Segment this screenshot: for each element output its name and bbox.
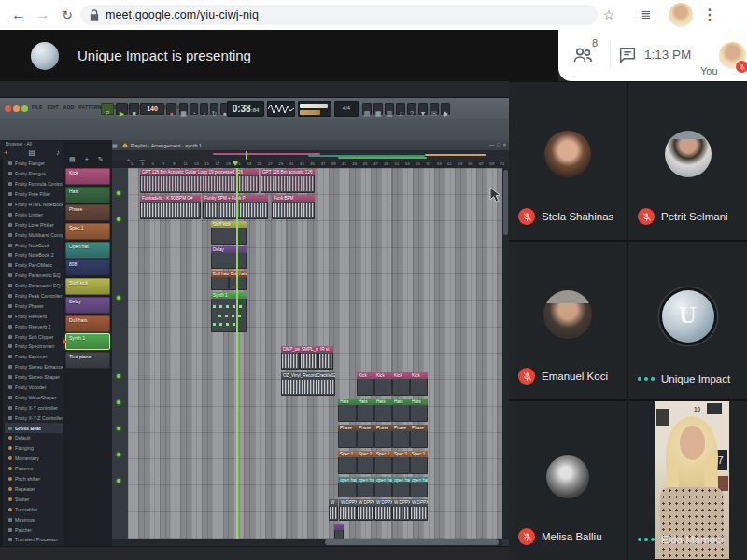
browser-item[interactable]: Fruity NoteBook [5, 240, 63, 250]
browser-item[interactable]: Fruity Free Filter [5, 189, 63, 200]
mixer-icon[interactable]: ▥ [385, 103, 394, 115]
save-icon[interactable]: ▼ [418, 103, 428, 115]
participant-tile-unique-impact[interactable]: UUnique Impact [628, 242, 747, 399]
pattern-clip[interactable]: Hats [338, 399, 357, 422]
browser-profile-avatar[interactable] [669, 3, 693, 27]
browser-item[interactable]: Fruity Reeverb [5, 311, 63, 321]
playlist-horizontal-scrollbar[interactable] [112, 539, 502, 546]
audio-clip[interactable]: IR st [318, 346, 333, 370]
participant-tile-stela-shahinas[interactable]: Stela Shahinas [509, 82, 627, 240]
pattern-kick[interactable]: Kick [65, 168, 110, 185]
pattern-clip[interactable]: Synth 1 [211, 292, 247, 332]
audio-clip[interactable]: W [329, 499, 338, 521]
track-mute-led[interactable] [117, 191, 120, 195]
audio-clip[interactable]: OZ_Vinyl_RecordCrackle02 [281, 372, 335, 396]
browser-item[interactable]: Turntablist [5, 504, 63, 514]
pattern-clip[interactable]: Dull hats [211, 271, 229, 290]
playlist-vertical-scrollbar[interactable] [502, 168, 509, 539]
pattern-clip[interactable]: open hat [357, 477, 374, 497]
pattern-clip[interactable]: Spec 1 [357, 451, 374, 474]
browser-item[interactable]: Fruity NoteBook 2 [5, 250, 63, 260]
pattern-open-hat[interactable]: Open hat [65, 242, 110, 259]
window-maximize-icon[interactable] [21, 105, 28, 112]
forward-icon[interactable]: → [32, 4, 54, 26]
audio-clip[interactable]: GPT 126 Bm acoustic 126 [261, 169, 315, 193]
wait-for-input-icon[interactable]: ♪ [200, 103, 208, 115]
channel-rack-icon[interactable]: ▦ [374, 103, 383, 115]
audio-clip[interactable]: W DPPXL142 [357, 499, 374, 521]
tempo-display[interactable]: 140 [140, 103, 164, 115]
browser-item[interactable]: Fruity Stereo Enhancer [5, 362, 63, 372]
track-mute-led[interactable] [117, 296, 120, 300]
pattern-phase[interactable]: Phase [65, 204, 110, 221]
browser-item[interactable]: Fruity X-Y controller [5, 402, 63, 413]
pattern-clip[interactable]: Spec 1 [410, 451, 428, 474]
pattern-clip[interactable]: Hats [410, 399, 428, 422]
participant-tile-elda-mamoci[interactable]: 107Elda Mamoci [628, 401, 747, 560]
browser-item[interactable]: Fruity Soft Clipper [5, 331, 63, 342]
browser-item[interactable]: Fruity Flanger [5, 159, 63, 169]
pattern-clip[interactable]: Kick [357, 372, 374, 396]
pattern-spec-1[interactable]: Spec 1 [65, 223, 110, 240]
reading-list-icon[interactable]: ≣ [635, 4, 657, 26]
address-bar[interactable]: meet.google.com/yiu-ciwj-niq [80, 5, 598, 25]
record-button[interactable]: ● [166, 103, 176, 115]
pattern-stuff-kick[interactable]: Stuff kick [65, 278, 110, 295]
options-icon[interactable]: ◆ [441, 103, 450, 115]
pattern-hats[interactable]: Hats [65, 187, 110, 203]
browser-item[interactable]: Flanging [5, 443, 63, 454]
browser-item[interactable]: Gross Beat [5, 423, 63, 433]
browser-item[interactable]: Maximus [5, 514, 63, 525]
browser-item[interactable]: Fruity WaveShaper [5, 392, 63, 402]
pattern-clip[interactable]: Phase [392, 425, 410, 448]
back-icon[interactable]: ← [7, 4, 30, 26]
audio-clip[interactable]: SMPL_ust [300, 346, 318, 370]
window-minimize-icon[interactable] [13, 105, 20, 112]
browser-add-icon[interactable]: + [4, 148, 8, 157]
browser-item[interactable]: Fruity Stereo Shaper [5, 372, 63, 383]
pattern-clip[interactable]: open hat [392, 477, 410, 497]
browser-item[interactable]: Fruity Parametric EQ 2 [5, 281, 63, 291]
browser-item[interactable]: Transient Processor [5, 535, 63, 545]
fl-menu-add[interactable]: ADD [63, 105, 74, 110]
pattern-clip[interactable]: Stuff kick [211, 221, 247, 245]
participant-tile-melisa-balliu[interactable]: Melisa Balliu [509, 401, 627, 560]
track-mute-led[interactable] [117, 479, 120, 483]
stop-button[interactable]: ■ [129, 103, 139, 115]
piano-roll-icon[interactable]: ♫ [396, 103, 405, 115]
pattern-808[interactable]: 808 [65, 259, 110, 276]
pattern-clip[interactable]: Spec 1 [338, 451, 357, 474]
browser-item[interactable]: Fruity Formula Controller [5, 179, 63, 189]
pattern-clip[interactable]: Hats [392, 399, 410, 422]
browser-item[interactable]: Patterns [5, 464, 63, 474]
audio-clip[interactable]: Funk BPM [272, 195, 315, 219]
pattern-clip[interactable]: Kick [374, 372, 392, 396]
pattern-dull-hats[interactable]: Dull hats [65, 315, 110, 332]
audio-clip[interactable]: GPT 126 Bm Acoustic Guitar Loop 19 proce… [140, 169, 259, 193]
browser-item[interactable]: Fruity Reeverb 2 [5, 321, 63, 331]
playlist-window-button[interactable]: □ [497, 142, 500, 148]
pattern-clip[interactable]: Spec 1 [392, 451, 410, 474]
browser-item[interactable]: Fruity HTML NoteBook [5, 200, 63, 210]
browser-item[interactable]: Fruity Limiter [5, 209, 63, 219]
browser-item[interactable]: Momentary [5, 454, 63, 464]
pattern-clip[interactable]: Kick [410, 372, 428, 396]
pattern-clip[interactable] [334, 524, 344, 539]
pattern-clip[interactable]: Dull hats [229, 271, 247, 290]
pattern-synth-1[interactable]: Synth 1 [65, 333, 110, 350]
playlist-icon[interactable]: ▤ [362, 103, 372, 115]
pattern-clip[interactable]: Kick [392, 372, 410, 396]
playhead[interactable] [236, 168, 238, 539]
playlist-window-button[interactable]: × [503, 142, 506, 148]
browser-menu-icon[interactable]: ⋮ [698, 4, 721, 26]
browser-item[interactable]: Fruity Parametric EQ [5, 271, 63, 281]
track-mute-led[interactable] [117, 400, 120, 404]
track-header-column[interactable] [112, 168, 129, 539]
browser-item[interactable]: Stutter [5, 494, 63, 504]
pattern-clip[interactable]: Phase [374, 425, 392, 448]
participants-icon[interactable] [571, 44, 594, 70]
browser-item[interactable]: Fruity Vocoder [5, 383, 63, 393]
playlist-titlebar[interactable]: ▦ Playlist - Arrangement - synth 1 —□× [112, 140, 509, 150]
playlist-window-button[interactable]: — [489, 142, 495, 148]
track-mute-led[interactable] [117, 374, 120, 378]
